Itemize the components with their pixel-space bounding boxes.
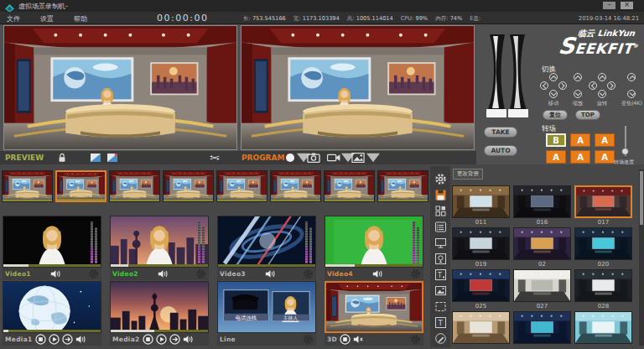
stop-button[interactable] (340, 334, 351, 345)
preview-monitor[interactable] (3, 25, 237, 150)
reset-button[interactable]: 复位 (543, 110, 568, 120)
menu-file[interactable]: 文件 (7, 14, 20, 23)
scene-item-row4-0[interactable] (452, 311, 510, 349)
progress-bar[interactable] (111, 264, 208, 267)
volume-icon[interactable] (158, 268, 169, 279)
change-background-button[interactable]: 更改背景 (453, 169, 483, 180)
snapshot-button[interactable] (307, 153, 320, 163)
up-arrow-button[interactable] (627, 73, 636, 81)
progress-bar[interactable] (325, 264, 423, 267)
svg-text:T: T (437, 272, 442, 279)
auto-button[interactable]: AUTO (484, 145, 517, 156)
record-button[interactable] (283, 153, 297, 163)
play-button[interactable] (156, 334, 167, 345)
transition-button-3[interactable]: A (546, 150, 566, 164)
volume-icon[interactable] (372, 268, 383, 279)
up-arrow-button[interactable] (549, 73, 558, 81)
progress-bar[interactable] (111, 330, 208, 332)
transition-speed-knob[interactable] (621, 148, 629, 155)
transition-button-0[interactable]: B (546, 133, 566, 147)
volume-icon[interactable] (265, 268, 276, 279)
source-thumb-3D[interactable] (325, 281, 423, 333)
frame-icon[interactable] (434, 300, 447, 313)
right-arrow-button[interactable] (558, 81, 567, 90)
transition-button-1[interactable]: A (570, 133, 590, 147)
image-output-button[interactable] (351, 153, 365, 163)
play-button[interactable] (49, 334, 60, 345)
scene-item-028[interactable]: 028 (574, 269, 632, 310)
source-thumb-Video4[interactable] (325, 216, 423, 268)
close-button[interactable]: × (621, 2, 633, 9)
gallery-scrollbar[interactable] (639, 169, 644, 346)
volume-muted-icon[interactable] (353, 334, 364, 345)
source-thumb-Media1[interactable] (3, 281, 101, 333)
volume-icon[interactable] (183, 334, 194, 345)
transition-effect-alt-icon[interactable] (106, 153, 119, 163)
up-arrow-button[interactable] (574, 73, 582, 81)
stop-button[interactable] (143, 334, 153, 345)
next-button[interactable] (62, 334, 73, 345)
source-settings-gear-icon[interactable] (410, 268, 421, 279)
draw-icon[interactable] (434, 332, 447, 345)
text-icon[interactable]: T (434, 316, 447, 329)
display-icon[interactable] (434, 237, 447, 249)
scene-item-02[interactable]: 02 (513, 227, 571, 268)
volume-icon[interactable] (50, 268, 61, 279)
caption-icon[interactable]: T (434, 268, 447, 281)
progress-bar[interactable] (3, 330, 101, 332)
swap-preview-program-icon[interactable] (208, 153, 221, 163)
source-settings-gear-icon[interactable] (410, 334, 421, 345)
stop-button[interactable] (35, 334, 46, 345)
program-monitor[interactable] (241, 25, 475, 150)
scene-item-019[interactable]: 019 (452, 227, 510, 268)
left-arrow-button[interactable] (589, 81, 597, 90)
scene-item-017[interactable]: 017 (574, 185, 632, 227)
scene-item-011[interactable]: 011 (452, 185, 510, 227)
down-arrow-button[interactable] (549, 90, 558, 98)
source-thumb-Video3[interactable] (217, 216, 316, 268)
source-settings-gear-icon[interactable] (195, 268, 206, 279)
top-button[interactable]: TOP (575, 110, 600, 120)
menu-help[interactable]: 帮助 (74, 14, 87, 23)
scenes-icon[interactable] (434, 205, 447, 217)
down-arrow-button[interactable] (598, 90, 606, 98)
progress-bar[interactable] (3, 264, 101, 267)
scene-item-016[interactable]: 016 (513, 185, 571, 227)
scene-item-025[interactable]: 025 (452, 269, 510, 310)
right-arrow-button[interactable] (607, 81, 615, 90)
next-button[interactable] (169, 334, 180, 345)
gallery-scroll-thumb[interactable] (640, 171, 643, 225)
transition-button-2[interactable]: A (595, 133, 615, 147)
lock-icon[interactable] (55, 153, 69, 163)
stream-button[interactable] (327, 153, 340, 163)
source-settings-gear-icon[interactable] (88, 268, 99, 279)
take-button[interactable]: TAKE (484, 127, 517, 138)
menu-settings[interactable]: 设置 (40, 14, 54, 23)
down-arrow-button[interactable] (627, 90, 636, 98)
source-settings-gear-icon[interactable] (303, 268, 314, 279)
scene-item-row4-2[interactable] (574, 311, 632, 349)
source-thumb-Video2[interactable] (110, 216, 209, 268)
save-icon[interactable] (434, 189, 447, 201)
settings-icon[interactable] (434, 173, 447, 185)
transition-tbar[interactable] (485, 32, 530, 121)
minimize-button[interactable]: – (603, 2, 615, 9)
volume-icon[interactable] (75, 334, 86, 345)
up-arrow-button[interactable] (598, 73, 606, 81)
progress-bar[interactable] (218, 264, 315, 267)
source-thumb-Line[interactable]: 电话连线主持人 (217, 281, 316, 333)
left-arrow-button[interactable] (540, 81, 548, 90)
scene-item-020[interactable]: 020 (574, 227, 632, 268)
source-thumb-Video1[interactable] (3, 216, 101, 268)
transition-button-4[interactable]: A (570, 150, 590, 164)
light-icon[interactable] (434, 253, 447, 265)
image-icon[interactable] (434, 284, 447, 297)
scene-item-027[interactable]: 027 (513, 269, 571, 310)
image-caret-icon[interactable] (366, 153, 380, 163)
source-thumb-Media2[interactable] (110, 281, 209, 333)
down-arrow-button[interactable] (574, 90, 582, 98)
transition-effect-icon[interactable] (89, 153, 102, 163)
playlist-icon[interactable] (434, 221, 447, 233)
source-settings-gear-icon[interactable] (303, 334, 314, 345)
scene-item-row4-1[interactable] (513, 311, 571, 349)
